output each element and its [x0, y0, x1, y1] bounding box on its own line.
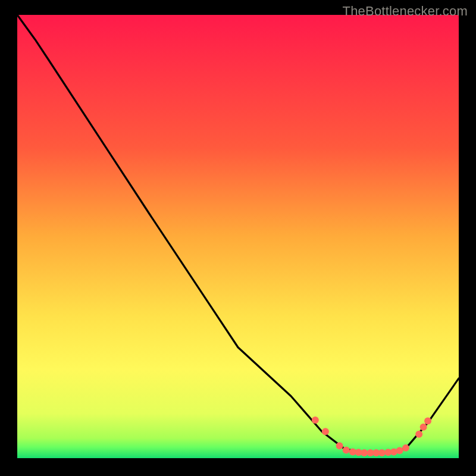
data-dot [343, 447, 350, 454]
data-dot [415, 431, 422, 438]
plot-area [17, 15, 459, 458]
data-dot [420, 424, 427, 431]
data-dot [378, 449, 386, 456]
attribution-label: TheBottlenecker.com [343, 4, 468, 19]
data-dot [424, 417, 431, 424]
bottleneck-chart [0, 0, 476, 476]
data-dot [322, 428, 329, 435]
data-dot [361, 449, 368, 456]
data-dot [336, 442, 343, 449]
chart-container [0, 0, 476, 476]
data-dot [312, 416, 319, 424]
data-dot [396, 447, 403, 454]
data-dot [402, 444, 409, 452]
